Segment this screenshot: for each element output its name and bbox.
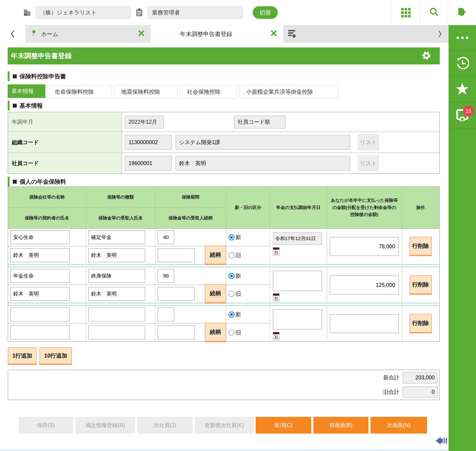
old-total-value — [402, 386, 438, 398]
page-title-bar: 年末調整申告書登録 — [8, 47, 440, 64]
sidebar-clipboard-button[interactable]: 15 — [449, 102, 476, 128]
org-list-button[interactable]: リスト — [358, 134, 379, 150]
page-title: 年末調整申告書登録 — [11, 51, 72, 61]
switch-button[interactable]: 切替 — [253, 6, 278, 19]
new-tab-button[interactable] — [283, 25, 302, 43]
logout-button[interactable] — [448, 0, 476, 25]
period-input-3[interactable] — [157, 307, 174, 321]
tabs-scroll-left[interactable] — [0, 25, 25, 43]
contractor-input-1[interactable] — [11, 248, 70, 262]
prev-screen-button[interactable]: 前画面(B) — [313, 417, 368, 433]
beneficiary-input-2[interactable] — [88, 287, 145, 301]
delete-row-button-2[interactable]: 行削除 — [409, 275, 432, 295]
header-period: 保険期間 — [155, 187, 226, 208]
header-type: 保険等の種類 — [86, 187, 155, 208]
radio-old-3[interactable] — [228, 329, 234, 335]
pension-row-3: 続柄 新 旧 31 行削除 — [8, 306, 439, 341]
collapse-panel-button[interactable] — [436, 436, 449, 446]
settings-button[interactable] — [421, 50, 431, 62]
header-contractor: 保険等の契約者の氏名 — [8, 208, 86, 228]
radio-new-2[interactable] — [228, 273, 234, 279]
tab-current[interactable]: 年末調整申告書登録 — [150, 25, 283, 43]
add-ten-rows-button[interactable]: 10行追加 — [39, 347, 72, 365]
form-tab-social-insurance[interactable]: 社会保険控除 — [180, 85, 237, 98]
tab-home-close-icon[interactable] — [138, 30, 144, 38]
form-tab-life-insurance[interactable]: 生命保険料控除 — [48, 85, 112, 98]
pin-icon — [31, 30, 37, 38]
relationship-button-3[interactable]: 続柄 — [205, 323, 226, 342]
form-tab-earthquake-insurance[interactable]: 地震保険料控除 — [114, 85, 178, 98]
header-new-old: 新・旧の区分 — [226, 187, 270, 228]
calendar-icon[interactable]: 31 — [273, 247, 279, 256]
header-start-date: 年金の支払開始年月日 — [270, 187, 327, 228]
amount-input-3[interactable] — [330, 314, 399, 333]
search-button[interactable] — [420, 0, 448, 25]
relationship-input-1[interactable] — [157, 248, 195, 262]
header-amount: あなたが本年中に支払った保険等の金額(分配を受けた剰余金等の控除後の金額) — [327, 187, 402, 228]
section-personal-pension: 個人の年金保険料 — [8, 177, 440, 187]
app-grid-button[interactable] — [392, 0, 420, 25]
emp-name-field[interactable] — [175, 156, 350, 171]
company-input-1[interactable] — [11, 230, 70, 244]
search-icon — [429, 7, 439, 18]
header-operation: 操作 — [402, 187, 439, 228]
grid-icon — [401, 8, 411, 18]
relationship-button-1[interactable]: 続柄 — [205, 245, 226, 265]
relationship-button-2[interactable]: 続柄 — [205, 284, 226, 304]
company-input-3[interactable] — [11, 307, 70, 321]
old-total-label: 旧合計 — [383, 388, 399, 396]
sidebar-history-button[interactable] — [449, 51, 476, 77]
amount-input-1[interactable] — [330, 237, 399, 256]
star-icon — [456, 82, 469, 96]
sidebar-favorites-button[interactable] — [449, 77, 476, 102]
form-tab-small-business[interactable]: 小規模企業共済等掛金控除 — [239, 85, 338, 98]
radio-new-3[interactable] — [228, 312, 234, 318]
beneficiary-input-3[interactable] — [88, 326, 145, 339]
period-input-2[interactable] — [157, 269, 174, 283]
supplement-register-button[interactable]: 補足情報登録(R) — [75, 417, 135, 433]
sidebar-more-button[interactable] — [449, 25, 476, 51]
app-window: 切替 — [0, 0, 476, 451]
role-input[interactable] — [148, 6, 243, 19]
save-button[interactable]: 保存(S) — [19, 417, 73, 433]
insurance-form-tabs: 基本情報 生命保険料控除 地震保険料控除 社会保険控除 小規模企業共済等掛金控除 — [8, 84, 440, 98]
calendar-icon[interactable]: 31 — [273, 293, 279, 302]
tab-current-close-icon[interactable] — [270, 30, 277, 38]
radio-old-1[interactable] — [228, 252, 234, 258]
radio-old-2[interactable] — [228, 291, 234, 297]
delete-row-button-1[interactable]: 行削除 — [409, 237, 432, 256]
year-month-field[interactable] — [125, 116, 164, 129]
next-employee-after-update-button[interactable]: 更新後次社員(K) — [195, 417, 254, 433]
sort-order-field[interactable] — [234, 116, 286, 129]
cancel-button[interactable]: 取消(C) — [256, 417, 311, 433]
radio-new-1[interactable] — [228, 234, 234, 240]
contractor-input-3[interactable] — [11, 326, 70, 339]
relationship-input-2[interactable] — [157, 287, 195, 301]
emp-list-button[interactable]: リスト — [358, 155, 379, 171]
start-date-input-1[interactable] — [273, 232, 322, 245]
type-input-3[interactable] — [88, 307, 145, 321]
delete-row-button-3[interactable]: 行削除 — [409, 314, 432, 333]
type-input-2[interactable] — [88, 269, 145, 283]
add-one-row-button[interactable]: 1行追加 — [8, 347, 37, 365]
tab-home[interactable]: ホーム — [25, 25, 150, 43]
calendar-icon[interactable]: 31 — [273, 332, 279, 340]
beneficiary-input-1[interactable] — [88, 248, 145, 262]
relationship-input-3[interactable] — [157, 326, 195, 339]
amount-input-2[interactable] — [330, 276, 399, 294]
org-code-field[interactable] — [125, 135, 172, 150]
period-input-1[interactable] — [157, 230, 174, 244]
start-date-input-3[interactable] — [273, 309, 322, 330]
company-input[interactable] — [36, 6, 131, 19]
company-input-2[interactable] — [11, 269, 70, 283]
year-month-label: 年調年月 — [8, 112, 122, 132]
org-name-field[interactable] — [175, 135, 350, 150]
next-screen-button[interactable]: 次画面(N) — [370, 417, 427, 433]
next-employee-button[interactable]: 次社員(J) — [137, 417, 193, 433]
contractor-input-2[interactable] — [11, 287, 70, 301]
type-input-1[interactable] — [88, 230, 145, 244]
emp-code-field[interactable] — [125, 156, 172, 171]
form-tab-basic-info[interactable]: 基本情報 — [8, 84, 45, 98]
tabs-scroll-right[interactable] — [431, 25, 449, 43]
start-date-input-2[interactable] — [273, 271, 322, 291]
